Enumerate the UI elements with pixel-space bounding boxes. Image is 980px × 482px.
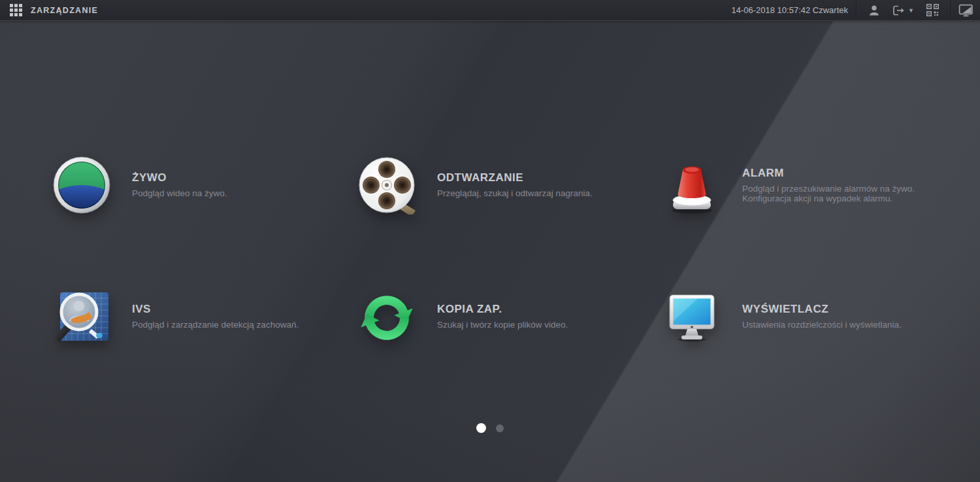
page-dot-2[interactable] — [496, 424, 504, 432]
menu-item-title: ALARM — [742, 167, 915, 180]
chevron-down-icon: ▼ — [908, 7, 914, 14]
menu-item-title: KOPIA ZAP. — [437, 303, 568, 316]
menu-item-title: WYŚWIETLACZ — [742, 303, 902, 316]
menu-item-display[interactable]: WYŚWIETLACZ Ustawienia rozdzielczości i … — [662, 284, 902, 349]
display-icon — [662, 287, 721, 346]
menu-item-backup[interactable]: KOPIA ZAP. Szukaj i twórz kopie plików v… — [357, 284, 568, 349]
menu-item-desc: Ustawienia rozdzielczości i wyświetlania… — [742, 320, 902, 330]
alarm-icon — [662, 156, 721, 215]
menu-item-desc: Szukaj i twórz kopie plików video. — [437, 320, 568, 330]
menu-item-alarm[interactable]: ALARM Podgląd i przeszukiwanie alarmów n… — [662, 152, 915, 218]
menu-item-title: IVS — [132, 303, 299, 316]
apps-grid-icon[interactable] — [10, 0, 22, 20]
logout-icon[interactable]: ▼ — [888, 0, 918, 20]
menu-item-title: ODTWARZANIE — [437, 171, 593, 184]
menu-item-playback[interactable]: ODTWARZANIE Przeglądaj, szukaj i odtwarz… — [357, 152, 593, 218]
menu-item-desc: Przeglądaj, szukaj i odtwarzaj nagrania. — [437, 188, 593, 199]
playback-icon — [357, 156, 416, 215]
ivs-icon — [52, 287, 111, 346]
page-title: ZARZĄDZANIE — [31, 6, 98, 15]
menu-item-desc: Podgląd i przeszukiwanie alarmów na żywo… — [742, 184, 915, 194]
menu-item-ivs[interactable]: IVS Podgląd i zarządzanie detekcją zacho… — [52, 284, 299, 349]
live-view-icon — [52, 156, 111, 215]
menu-item-desc: Podgląd wideo na żywo. — [132, 188, 227, 199]
menu-item-desc: Konfiguracja akcji na wypadek alarmu. — [742, 194, 915, 204]
page-dot-1[interactable] — [476, 423, 486, 433]
datetime-display: 14-06-2018 10:57:42 Czwartek — [731, 5, 856, 15]
backup-icon — [357, 287, 416, 346]
user-icon[interactable] — [860, 0, 888, 20]
menu-item-desc: Podgląd i zarządzanie detekcją zachowań. — [132, 320, 299, 330]
app-window: ZARZĄDZANIE 14-06-2018 10:57:42 Czwartek — [0, 0, 980, 482]
pagination — [476, 423, 504, 433]
topbar: ZARZĄDZANIE 14-06-2018 10:57:42 Czwartek — [0, 0, 980, 21]
qr-code-icon[interactable] — [918, 0, 947, 20]
menu-item-live[interactable]: ŻYWO Podgląd wideo na żywo. — [52, 152, 227, 218]
display-toggle-icon[interactable] — [951, 0, 980, 20]
menu-item-title: ŻYWO — [132, 171, 227, 184]
